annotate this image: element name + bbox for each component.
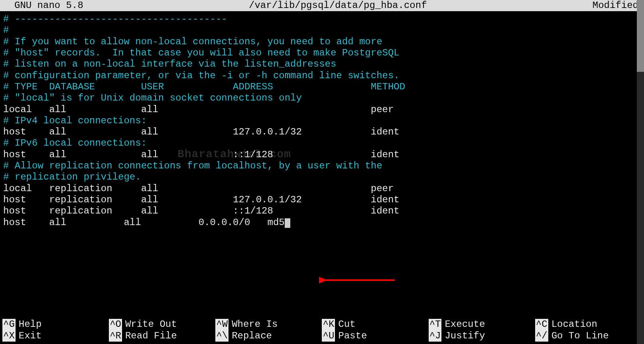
shortcut-label: Paste — [338, 330, 367, 342]
shortcut-item: ^WWhere Is — [215, 319, 322, 330]
shortcut-key: ^J — [429, 330, 442, 342]
editor-line[interactable]: local all all peer — [3, 104, 644, 115]
shortcut-label: Read File — [125, 330, 177, 342]
editor-line[interactable]: host all all ::1/128 ident — [3, 149, 644, 160]
shortcut-bar: ^GHelp^OWrite Out^WWhere Is^KCut^TExecut… — [2, 319, 642, 342]
editor-line[interactable]: # ------------------------------------- — [3, 14, 644, 25]
shortcut-label: Where Is — [232, 319, 278, 330]
shortcut-key: ^K — [322, 319, 335, 330]
editor-line[interactable]: # If you want to allow non-local connect… — [3, 36, 644, 47]
shortcut-item: ^OWrite Out — [109, 319, 215, 330]
shortcut-label: Help — [19, 319, 42, 330]
shortcut-item: ^/Go To Line — [535, 330, 642, 342]
shortcut-item: ^\Replace — [215, 330, 322, 342]
editor-line[interactable]: # IPv4 local connections: — [3, 115, 644, 127]
shortcut-label: Location — [551, 319, 597, 330]
shortcut-label: Cut — [338, 319, 355, 330]
app-name: GNU nano 5.8 — [2, 0, 83, 11]
editor-line[interactable]: # IPv6 local connections: — [3, 138, 644, 149]
shortcut-label: Execute — [445, 319, 485, 330]
shortcut-label: Justify — [445, 330, 485, 342]
shortcut-label: Write Out — [125, 319, 177, 330]
shortcut-label: Replace — [232, 330, 272, 342]
shortcut-item: ^GHelp — [2, 319, 109, 330]
shortcut-item: ^RRead File — [109, 330, 215, 342]
title-bar: GNU nano 5.8 /var/lib/pgsql/data/pg_hba.… — [0, 0, 644, 11]
text-cursor — [285, 218, 290, 228]
editor-line[interactable]: # TYPE DATABASE USER ADDRESS METHOD — [3, 81, 644, 93]
file-path: /var/lib/pgsql/data/pg_hba.conf — [83, 0, 593, 11]
editor-line[interactable]: # "host" records. In that case you will … — [3, 47, 644, 59]
editor-line[interactable]: # listen on a non-local interface via th… — [3, 59, 644, 70]
shortcut-label: Go To Line — [551, 330, 609, 342]
shortcut-key: ^O — [109, 319, 122, 330]
shortcut-key: ^T — [429, 319, 442, 330]
annotation-arrow-icon — [319, 274, 399, 286]
editor-line[interactable]: host replication all 127.0.0.1/32 ident — [3, 194, 644, 206]
shortcut-item: ^KCut — [322, 319, 428, 330]
shortcut-key: ^W — [215, 319, 228, 330]
shortcut-item: ^XExit — [2, 330, 109, 342]
shortcut-item: ^JJustify — [429, 330, 535, 342]
editor-line[interactable]: # Allow replication connections from loc… — [3, 160, 644, 172]
shortcut-key: ^\ — [215, 330, 228, 342]
editor-area[interactable]: # -------------------------------------#… — [0, 11, 644, 228]
editor-line[interactable]: host all all 0.0.0.0/0 md5 — [3, 217, 644, 228]
editor-line[interactable]: # replication privilege. — [3, 172, 644, 183]
shortcut-label: Exit — [19, 330, 42, 342]
editor-line[interactable]: host replication all ::1/128 ident — [3, 206, 644, 217]
editor-line[interactable]: # configuration parameter, or via the -i… — [3, 70, 644, 81]
modified-status: Modified — [593, 0, 642, 11]
shortcut-item: ^UPaste — [322, 330, 428, 342]
shortcut-key: ^G — [2, 319, 16, 330]
shortcut-key: ^R — [109, 330, 122, 342]
editor-line[interactable]: # "local" is for Unix domain socket conn… — [3, 93, 644, 104]
shortcut-key: ^X — [2, 330, 16, 342]
shortcut-key: ^/ — [535, 330, 548, 342]
editor-line[interactable]: # — [3, 25, 644, 36]
shortcut-key: ^U — [322, 330, 335, 342]
editor-line[interactable]: local replication all peer — [3, 183, 644, 194]
editor-line[interactable]: host all all 127.0.0.1/32 ident — [3, 127, 644, 138]
shortcut-item: ^TExecute — [429, 319, 535, 330]
shortcut-key: ^C — [535, 319, 548, 330]
shortcut-item: ^CLocation — [535, 319, 642, 330]
